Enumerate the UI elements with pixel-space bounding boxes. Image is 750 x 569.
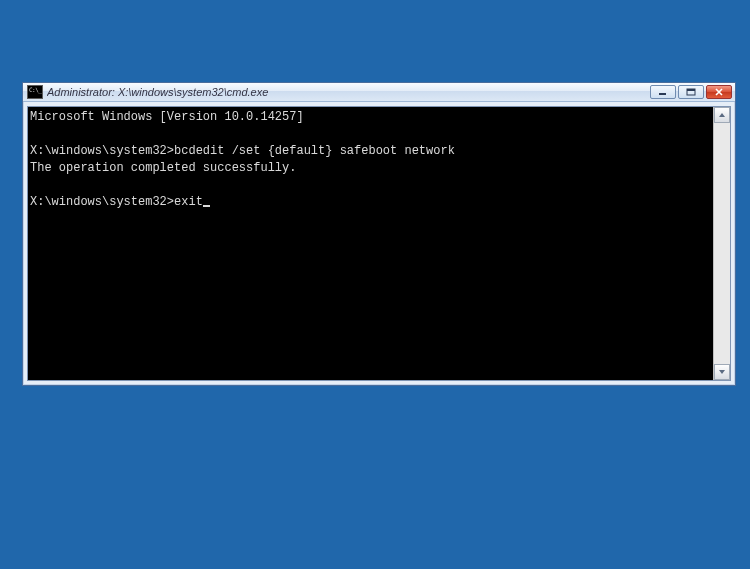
console-line: The operation completed successfully. — [30, 161, 296, 175]
svg-rect-2 — [687, 89, 695, 91]
window-title: Administrator: X:\windows\system32\cmd.e… — [47, 86, 650, 98]
cmd-window: Administrator: X:\windows\system32\cmd.e… — [22, 82, 736, 386]
vertical-scrollbar[interactable] — [713, 107, 730, 380]
client-area: Microsoft Windows [Version 10.0.14257] X… — [27, 106, 731, 381]
text-cursor — [203, 205, 210, 207]
console-output[interactable]: Microsoft Windows [Version 10.0.14257] X… — [28, 107, 713, 380]
svg-rect-0 — [659, 93, 666, 95]
console-line: X:\windows\system32>exit — [30, 195, 203, 209]
cmd-icon — [27, 85, 43, 99]
minimize-button[interactable] — [650, 85, 676, 99]
scroll-down-button[interactable] — [714, 364, 730, 380]
maximize-button[interactable] — [678, 85, 704, 99]
titlebar[interactable]: Administrator: X:\windows\system32\cmd.e… — [23, 83, 735, 102]
scroll-up-button[interactable] — [714, 107, 730, 123]
scroll-track[interactable] — [714, 123, 730, 364]
console-line: Microsoft Windows [Version 10.0.14257] — [30, 110, 304, 124]
close-button[interactable] — [706, 85, 732, 99]
window-controls — [650, 85, 732, 99]
console-line: X:\windows\system32>bcdedit /set {defaul… — [30, 144, 455, 158]
